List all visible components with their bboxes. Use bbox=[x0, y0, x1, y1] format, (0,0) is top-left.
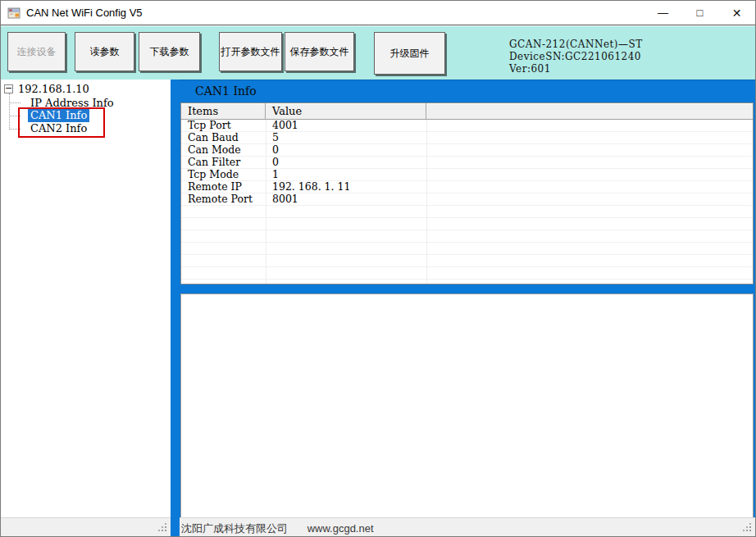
row-value: 0 bbox=[272, 144, 279, 156]
tree-connector-stub bbox=[9, 129, 20, 130]
row-value: 192. 168. 1. 11 bbox=[272, 181, 350, 193]
download-params-button[interactable]: 下载参数 bbox=[139, 32, 200, 71]
can1-info-panel: CAN1 Info Items Value Tcp Port 4001 Can … bbox=[180, 80, 756, 286]
minimize-button[interactable]: — bbox=[644, 1, 681, 25]
resize-grip-icon[interactable] bbox=[158, 523, 167, 532]
tree-connector-stub bbox=[9, 102, 20, 103]
toolbar: 连接设备 读参数 下载参数 打开参数文件 保存参数文件 升级固件 GCAN-21… bbox=[1, 26, 755, 80]
empty-table-row bbox=[181, 206, 753, 218]
row-value: 5 bbox=[272, 132, 279, 143]
row-item: Can Baud bbox=[188, 132, 239, 143]
device-info: GCAN-212(CANNet)—ST DeviceSN:GC221061240… bbox=[509, 39, 643, 75]
device-version: Ver:601 bbox=[509, 63, 643, 75]
row-value: 4001 bbox=[272, 120, 298, 131]
empty-table-row bbox=[181, 230, 753, 243]
window-controls: — □ ✕ bbox=[644, 1, 755, 25]
read-params-button[interactable]: 读参数 bbox=[75, 32, 134, 71]
table-row[interactable]: Can Mode 0 bbox=[181, 144, 753, 157]
upgrade-firmware-button[interactable]: 升级固件 bbox=[374, 32, 445, 75]
column-header-items[interactable]: Items bbox=[181, 103, 266, 119]
row-item: Can Mode bbox=[188, 144, 241, 156]
tree-root-label[interactable]: 192.168.1.10 bbox=[18, 83, 89, 95]
tree-connector-stub bbox=[9, 116, 20, 116]
column-header-empty bbox=[426, 103, 753, 119]
table-body: Tcp Port 4001 Can Baud 5 Can Mode 0 Can … bbox=[181, 120, 753, 284]
tree-item-can2-info[interactable]: CAN2 Info bbox=[28, 122, 89, 135]
tree-item-ip-address-info[interactable]: IP Address Info bbox=[28, 97, 116, 110]
table-row[interactable]: Can Baud 5 bbox=[181, 132, 753, 144]
window-title: CAN Net WiFi Config V5 bbox=[26, 7, 143, 19]
table-row[interactable]: Tcp Mode 1 bbox=[181, 169, 753, 181]
params-table: Items Value Tcp Port 4001 Can Baud 5 bbox=[180, 102, 754, 284]
save-params-file-button[interactable]: 保存参数文件 bbox=[285, 32, 354, 71]
panel-divider-strip bbox=[171, 80, 180, 537]
row-item: Tcp Mode bbox=[188, 169, 239, 180]
app-window: CAN Net WiFi Config V5 — □ ✕ 连接设备 读参数 下载… bbox=[0, 0, 756, 537]
main-area: − 192.168.1.10 IP Address Info CAN1 Info… bbox=[1, 80, 755, 517]
device-serial: DeviceSN:GC221061240 bbox=[509, 51, 643, 63]
panel-title: CAN1 Info bbox=[195, 84, 257, 98]
status-text: 沈阳广成科技有限公司 www.gcgd.net bbox=[181, 521, 374, 536]
empty-table-row bbox=[181, 218, 753, 230]
tree-item-can1-info[interactable]: CAN1 Info bbox=[28, 109, 89, 122]
log-panel bbox=[180, 286, 756, 519]
device-tree: − 192.168.1.10 IP Address Info CAN1 Info… bbox=[1, 80, 171, 517]
table-row[interactable]: Remote IP 192. 168. 1. 11 bbox=[181, 181, 753, 193]
connect-device-button[interactable]: 连接设备 bbox=[7, 32, 66, 71]
device-model: GCAN-212(CANNet)—ST bbox=[509, 39, 643, 51]
tree-connector-line bbox=[9, 93, 10, 130]
table-header-row: Items Value bbox=[181, 103, 753, 120]
row-value: 1 bbox=[272, 169, 279, 180]
column-header-value[interactable]: Value bbox=[266, 103, 426, 119]
row-item: Remote Port bbox=[188, 193, 253, 205]
resize-grip-icon[interactable] bbox=[743, 523, 752, 532]
close-button[interactable]: ✕ bbox=[718, 1, 755, 25]
website-link[interactable]: www.gcgd.net bbox=[307, 522, 374, 535]
table-row[interactable]: Tcp Port 4001 bbox=[181, 120, 753, 132]
status-bar: 沈阳广成科技有限公司 www.gcgd.net bbox=[1, 517, 755, 536]
tree-collapse-icon[interactable]: − bbox=[4, 84, 13, 93]
table-row[interactable]: Can Filter 0 bbox=[181, 157, 753, 169]
app-icon bbox=[7, 7, 20, 20]
maximize-button[interactable]: □ bbox=[681, 1, 718, 25]
row-value: 8001 bbox=[272, 193, 298, 205]
empty-table-row bbox=[181, 243, 753, 255]
row-item: Tcp Port bbox=[188, 120, 231, 131]
title-bar: CAN Net WiFi Config V5 — □ ✕ bbox=[1, 1, 755, 25]
table-row[interactable]: Remote Port 8001 bbox=[181, 193, 753, 206]
empty-table-row bbox=[181, 255, 753, 267]
row-item: Remote IP bbox=[188, 181, 242, 193]
open-params-file-button[interactable]: 打开参数文件 bbox=[219, 32, 282, 71]
company-name: 沈阳广成科技有限公司 bbox=[181, 522, 288, 535]
log-panel-content bbox=[180, 294, 754, 518]
empty-table-row bbox=[181, 267, 753, 280]
row-item: Can Filter bbox=[188, 157, 240, 168]
row-value: 0 bbox=[272, 157, 279, 168]
